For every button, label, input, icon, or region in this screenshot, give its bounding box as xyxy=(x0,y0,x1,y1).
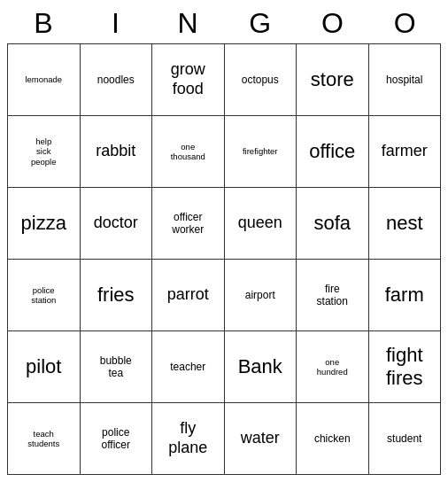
bingo-cell-text-32: flyplane xyxy=(168,419,207,457)
header-letter-O4: O xyxy=(297,7,369,40)
bingo-cell-text-20: parrot xyxy=(167,285,209,305)
bingo-cell-35: student xyxy=(369,403,442,475)
header-letter-I1: I xyxy=(80,7,152,40)
bingo-cell-24: pilot xyxy=(8,331,81,403)
bingo-cell-0: lemonade xyxy=(8,44,81,116)
bingo-cell-8: onethousand xyxy=(152,116,225,188)
bingo-cell-text-3: octopus xyxy=(242,74,279,86)
bingo-cell-text-17: nest xyxy=(386,212,423,235)
bingo-cell-23: farm xyxy=(369,260,442,331)
bingo-cell-1: noodles xyxy=(81,44,153,116)
bingo-cell-text-25: bubbletea xyxy=(100,354,132,380)
bingo-cell-4: store xyxy=(297,44,369,116)
bingo-cell-text-7: rabbit xyxy=(96,142,135,161)
bingo-cell-33: water xyxy=(225,403,297,475)
bingo-cell-18: policestation xyxy=(8,260,81,331)
bingo-cell-26: teacher xyxy=(152,331,225,403)
bingo-cell-14: officerworker xyxy=(152,188,225,260)
bingo-cell-text-16: sofa xyxy=(313,212,351,235)
bingo-cell-21: airport xyxy=(225,260,297,331)
bingo-cell-22: firestation xyxy=(297,260,369,331)
bingo-cell-28: onehundred xyxy=(297,331,369,403)
header-letter-B0: B xyxy=(7,7,80,40)
bingo-cell-25: bubbletea xyxy=(81,331,153,403)
bingo-cell-12: pizza xyxy=(8,188,81,260)
bingo-cell-10: office xyxy=(297,116,369,188)
bingo-cell-text-33: water xyxy=(241,429,280,448)
bingo-cell-text-10: office xyxy=(309,140,355,163)
bingo-cell-31: policeofficer xyxy=(81,403,153,475)
bingo-cell-text-24: pilot xyxy=(26,355,61,378)
bingo-cell-text-9: firefighter xyxy=(243,146,278,156)
bingo-cell-text-15: queen xyxy=(238,214,282,233)
bingo-cell-text-30: teachstudents xyxy=(27,429,59,449)
bingo-cell-9: firefighter xyxy=(225,116,297,188)
bingo-cell-text-14: officerworker xyxy=(172,211,204,237)
header-letter-N2: N xyxy=(151,7,224,40)
bingo-cell-text-31: policeofficer xyxy=(102,426,130,452)
bingo-cell-text-35: student xyxy=(387,432,421,445)
bingo-cell-text-6: helpsickpeople xyxy=(31,136,57,167)
header-letter-G3: G xyxy=(224,7,297,40)
bingo-cell-text-19: fries xyxy=(97,284,135,307)
header-letter-O5: O xyxy=(368,7,441,40)
bingo-cell-text-2: growfood xyxy=(171,60,205,98)
bingo-cell-17: nest xyxy=(369,188,442,260)
bingo-cell-16: sofa xyxy=(297,188,369,260)
bingo-cell-text-29: fightfires xyxy=(386,344,423,391)
bingo-cell-13: doctor xyxy=(81,188,153,260)
bingo-cell-text-21: airport xyxy=(245,289,275,301)
bingo-cell-34: chicken xyxy=(297,403,369,475)
bingo-cell-3: octopus xyxy=(225,44,297,116)
bingo-cell-text-4: store xyxy=(311,68,354,91)
bingo-cell-text-27: Bank xyxy=(238,355,282,378)
bingo-cell-20: parrot xyxy=(152,260,225,331)
bingo-cell-text-26: teacher xyxy=(170,361,205,373)
bingo-cell-text-12: pizza xyxy=(21,212,66,235)
bingo-header: BINGOO xyxy=(7,7,441,40)
bingo-cell-6: helpsickpeople xyxy=(8,116,81,188)
bingo-cell-text-13: doctor xyxy=(94,214,138,233)
bingo-cell-19: fries xyxy=(81,260,153,331)
bingo-cell-text-0: lemonade xyxy=(25,74,62,84)
bingo-cell-text-23: farm xyxy=(385,284,424,307)
bingo-cell-27: Bank xyxy=(225,331,297,403)
bingo-cell-11: farmer xyxy=(369,116,442,188)
bingo-cell-7: rabbit xyxy=(81,116,153,188)
bingo-grid: lemonadenoodlesgrowfoodoctopusstorehospi… xyxy=(7,43,441,475)
bingo-cell-5: hospital xyxy=(369,44,442,116)
bingo-cell-15: queen xyxy=(225,188,297,260)
bingo-cell-29: fightfires xyxy=(369,331,442,403)
bingo-cell-text-11: farmer xyxy=(382,142,428,161)
bingo-cell-32: flyplane xyxy=(152,403,225,475)
bingo-cell-2: growfood xyxy=(152,44,225,116)
bingo-cell-text-18: policestation xyxy=(31,285,56,306)
bingo-cell-text-5: hospital xyxy=(386,74,422,86)
bingo-cell-text-22: firestation xyxy=(317,283,348,308)
bingo-cell-text-28: onehundred xyxy=(317,357,348,377)
bingo-cell-text-1: noodles xyxy=(97,74,135,86)
bingo-cell-30: teachstudents xyxy=(8,403,81,475)
bingo-cell-text-8: onethousand xyxy=(171,142,205,162)
bingo-cell-text-34: chicken xyxy=(314,432,351,445)
